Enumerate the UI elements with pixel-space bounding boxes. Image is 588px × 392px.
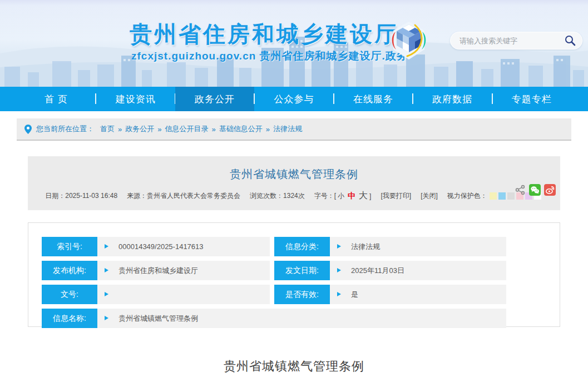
print-button[interactable]: [我要打印] — [381, 191, 411, 201]
info-cell-index-number: 索引号: 000014349/2025-1417613 — [42, 237, 270, 256]
arrow-right-icon — [105, 292, 108, 296]
nav-item-home[interactable]: 首 页 — [17, 87, 96, 111]
info-value: 法律法规 — [351, 242, 380, 252]
breadcrumb-link-laws[interactable]: 法律法规 — [273, 124, 302, 134]
meta-views: 浏览次数：1324次 — [250, 191, 305, 201]
breadcrumb-link-basic-info[interactable]: 基础信息公开 — [219, 124, 263, 134]
document-body-title: 贵州省城镇燃气管理条例 — [0, 358, 588, 375]
nav-item-gov-data[interactable]: 政府数据 — [413, 87, 492, 111]
site-header: 贵州省住房和城乡建设厅 zfcxjst.guizhou.gov.cn 贵州省住房… — [0, 0, 588, 87]
info-label: 索引号: — [42, 237, 97, 256]
info-cell-document-number: 文号: — [42, 285, 270, 304]
wechat-share-icon[interactable] — [529, 184, 541, 196]
share-icon[interactable] — [515, 185, 526, 195]
info-cell-issue-date: 发文日期: 2025年11月03日 — [274, 261, 506, 280]
info-label: 信息名称: — [42, 309, 97, 328]
arrow-right-icon — [105, 316, 108, 320]
info-value: 贵州省住房和城乡建设厅 — [118, 266, 198, 276]
share-icon-group — [515, 184, 556, 196]
table-row: 发布机构: 贵州省住房和城乡建设厅 发文日期: 2025年11月03日 — [42, 261, 560, 280]
breadcrumb-separator: » — [211, 125, 215, 133]
search-box — [450, 32, 582, 49]
info-cell-publishing-agency: 发布机构: 贵州省住房和城乡建设厅 — [42, 261, 270, 280]
search-icon[interactable] — [564, 34, 576, 47]
article-header-panel: 贵州省城镇燃气管理条例 日期：2025-11-03 16:48 来源：贵州省人民… — [28, 156, 560, 210]
breadcrumb-link-gov-disclosure[interactable]: 政务公开 — [125, 124, 154, 134]
info-value: 贵州省城镇燃气管理条例 — [118, 314, 198, 324]
eye-protect-label: 视力保护色： — [447, 191, 487, 201]
site-subtitle: zfcxjst.guizhou.gov.cn 贵州省住房和城乡建设厅.政务 — [131, 49, 408, 63]
info-value: 是 — [351, 290, 358, 300]
breadcrumb-link-home[interactable]: 首页 — [100, 124, 115, 134]
table-row: 信息名称: 贵州省城镇燃气管理条例 — [42, 309, 560, 328]
info-value: 000014349/2025-1417613 — [118, 242, 204, 251]
arrow-right-icon — [105, 268, 108, 272]
meta-fontsize-suffix: ] — [369, 192, 371, 200]
font-size-medium-button[interactable]: 中 — [348, 191, 355, 201]
info-label: 文号: — [42, 285, 97, 304]
nav-item-special-topics[interactable]: 专题专栏 — [492, 87, 571, 111]
breadcrumb-separator: » — [118, 125, 122, 133]
eye-color-swatch-yellow[interactable] — [490, 192, 497, 200]
breadcrumb-separator: » — [266, 125, 270, 133]
nav-item-public-participation[interactable]: 公众参与 — [254, 87, 333, 111]
arrow-right-icon — [337, 268, 341, 272]
info-label: 发布机构: — [42, 261, 97, 280]
arrow-right-icon — [337, 244, 341, 249]
info-label: 发文日期: — [274, 261, 330, 280]
font-size-small-button[interactable]: 小 — [338, 191, 344, 201]
article-meta: 日期：2025-11-03 16:48 来源：贵州省人民代表大会常务委员会 浏览… — [28, 190, 560, 202]
eye-color-swatch-gray[interactable] — [507, 192, 515, 200]
site-logo-cube-icon — [391, 21, 427, 60]
article-title: 贵州省城镇燃气管理条例 — [28, 156, 560, 182]
site-title: 贵州省住房和城乡建设厅 — [130, 19, 399, 49]
meta-date: 日期：2025-11-03 16:48 — [45, 191, 117, 201]
font-size-large-button[interactable]: 大 — [359, 190, 368, 202]
info-label: 是否有效: — [274, 285, 330, 304]
nav-item-construction-news[interactable]: 建设资讯 — [96, 87, 175, 111]
location-pin-icon — [24, 125, 32, 134]
breadcrumb-prefix: 您当前所在位置： — [36, 124, 94, 134]
main-nav: 首 页 建设资讯 政务公开 公众参与 在线服务 政府数据 专题专栏 — [0, 87, 588, 111]
document-info-panel: 索引号: 000014349/2025-1417613 信息分类: 法律法规 发… — [28, 222, 560, 327]
info-label: 信息分类: — [274, 237, 330, 256]
info-cell-is-valid: 是否有效: 是 — [274, 285, 506, 304]
info-cell-info-name: 信息名称: 贵州省城镇燃气管理条例 — [42, 309, 506, 328]
breadcrumb-separator: » — [157, 125, 161, 133]
eye-color-swatch-blue[interactable] — [498, 192, 506, 200]
arrow-right-icon — [105, 244, 108, 249]
nav-item-gov-disclosure[interactable]: 政务公开 — [175, 87, 254, 111]
breadcrumb: 您当前所在位置： 首页 » 政务公开 » 信息公开目录 » 基础信息公开 » 法… — [17, 118, 571, 141]
meta-fontsize-prefix: 字号：[ — [314, 191, 336, 201]
info-cell-info-category: 信息分类: 法律法规 — [274, 237, 506, 256]
weibo-share-icon[interactable] — [544, 184, 556, 196]
breadcrumb-link-info-catalog[interactable]: 信息公开目录 — [165, 124, 208, 134]
search-input[interactable] — [458, 36, 564, 46]
close-button[interactable]: [关闭] — [421, 191, 438, 201]
nav-item-online-services[interactable]: 在线服务 — [334, 87, 413, 111]
arrow-right-icon — [337, 292, 341, 296]
table-row: 索引号: 000014349/2025-1417613 信息分类: 法律法规 — [42, 237, 560, 256]
info-value: 2025年11月03日 — [351, 266, 404, 276]
meta-source: 来源：贵州省人民代表大会常务委员会 — [127, 191, 240, 201]
table-row: 文号: 是否有效: 是 — [42, 285, 560, 304]
